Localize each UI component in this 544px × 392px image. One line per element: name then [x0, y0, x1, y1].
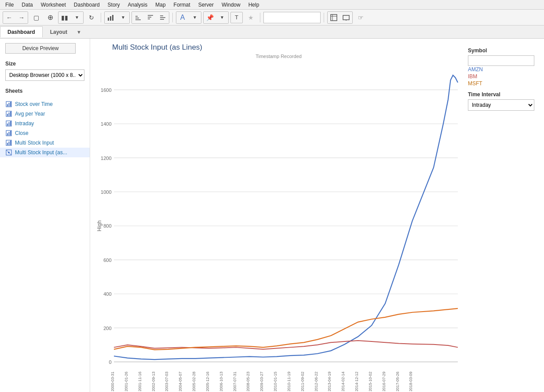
sidebar: Device Preview Size Desktop Browser (100…: [0, 39, 90, 392]
device-preview-button[interactable]: Device Preview: [5, 43, 76, 54]
sheet-label-6: Multi Stock Input (as...: [15, 149, 67, 156]
time-interval-label: Time Interval: [468, 91, 534, 98]
svg-text:200: 200: [103, 326, 111, 331]
sheet-intraday[interactable]: Intraday: [0, 119, 90, 128]
size-section: Size Desktop Browser (1000 x 8...: [0, 56, 90, 83]
chart-svg: High: [95, 61, 463, 391]
svg-text:2005-02-28: 2005-02-28: [192, 372, 196, 391]
svg-text:2000-03-31: 2000-03-31: [110, 372, 115, 391]
symbol-input[interactable]: [468, 55, 534, 66]
chart-title: Multi Stock Input (as Lines): [112, 43, 463, 52]
add-button[interactable]: ⊕: [44, 12, 56, 23]
svg-text:2016-07-29: 2016-07-29: [382, 372, 386, 391]
svg-text:2013-04-19: 2013-04-19: [327, 372, 332, 391]
annotation-btn[interactable]: A: [176, 12, 189, 23]
menu-help[interactable]: Help: [245, 1, 263, 9]
menu-file[interactable]: File: [2, 1, 17, 9]
dropdown-btn2[interactable]: ▼: [117, 12, 129, 23]
annotation-dropdown[interactable]: ▼: [189, 12, 201, 23]
pin-dropdown[interactable]: ▼: [216, 12, 228, 23]
symbol-msft[interactable]: MSFT: [468, 80, 534, 87]
sort-asc-btn[interactable]: [132, 12, 144, 23]
menu-dashboard[interactable]: Dashboard: [70, 1, 103, 9]
sheet-stock-over-time[interactable]: Stock over Time: [0, 99, 90, 109]
sort-both-btn[interactable]: [157, 12, 169, 23]
svg-text:2006-10-13: 2006-10-13: [219, 372, 223, 391]
layout-dropdown-icon[interactable]: ▼: [77, 29, 81, 35]
sheet-close[interactable]: Close: [0, 128, 90, 138]
menu-window[interactable]: Window: [218, 1, 244, 9]
svg-text:1200: 1200: [101, 156, 111, 161]
share-btn[interactable]: ☞: [354, 12, 367, 23]
svg-text:2018-03-09: 2018-03-09: [409, 372, 413, 391]
time-interval-section: Time Interval Intraday Daily Weekly Mont…: [468, 91, 534, 111]
forward-button[interactable]: →: [15, 12, 28, 23]
svg-text:2002-09-13: 2002-09-13: [151, 372, 156, 391]
sheet-icon-5: [5, 140, 12, 146]
size-label: Size: [5, 61, 84, 67]
svg-rect-32: [10, 131, 11, 135]
toolbar: ← → ▢ ⊕ ▮▮ ▼ ↻ ▼ A ▼ 📌 ▼ T ★: [0, 10, 544, 25]
svg-rect-0: [108, 18, 109, 21]
pin-btn[interactable]: 📌: [204, 12, 216, 23]
star-btn[interactable]: ★: [245, 12, 257, 23]
sheet-icon-1: [5, 101, 12, 107]
tab-dashboard[interactable]: Dashboard: [0, 26, 43, 37]
menu-data[interactable]: Data: [18, 1, 36, 9]
menu-worksheet[interactable]: Worksheet: [37, 1, 69, 9]
present-view-btn[interactable]: [340, 12, 352, 23]
time-interval-select[interactable]: Intraday Daily Weekly Monthly: [468, 99, 534, 111]
menu-map[interactable]: Map: [152, 1, 169, 9]
sheet-icon-3: [5, 120, 12, 127]
sep4: [324, 13, 324, 22]
svg-rect-26: [7, 123, 8, 126]
pin-group: 📌 ▼: [203, 11, 229, 24]
normal-view-btn[interactable]: [328, 12, 340, 23]
pause-button[interactable]: ▮▮: [58, 12, 71, 23]
symbol-ibm[interactable]: IBM: [468, 73, 534, 80]
svg-rect-12: [331, 15, 337, 21]
svg-text:0: 0: [109, 359, 111, 365]
sort-group: [131, 11, 169, 24]
dropdown-btn[interactable]: ▼: [71, 12, 83, 23]
sort-desc-btn[interactable]: [144, 12, 157, 23]
svg-text:2001-11-16: 2001-11-16: [138, 372, 142, 391]
menu-story[interactable]: Story: [104, 1, 124, 9]
sheet-label-2: Avg per Year: [15, 111, 45, 117]
symbol-amzn[interactable]: AMZN: [468, 66, 534, 73]
main-layout: Device Preview Size Desktop Browser (100…: [0, 39, 544, 392]
back-button[interactable]: ←: [3, 12, 15, 23]
svg-text:2003-07-03: 2003-07-03: [164, 372, 169, 391]
svg-text:600: 600: [103, 258, 111, 263]
menu-analysis[interactable]: Analysis: [124, 1, 151, 9]
sheet-label-1: Stock over Time: [15, 101, 53, 107]
label-btn[interactable]: T: [230, 12, 243, 23]
sheet-multi-stock-input-lines[interactable]: Multi Stock Input (as...: [0, 148, 90, 157]
chart-main: Multi Stock Input (as Lines) Timestamp R…: [95, 43, 463, 391]
tabs-bar: Dashboard Layout ▼: [0, 25, 544, 39]
svg-rect-22: [7, 114, 8, 116]
sheet-avg-per-year[interactable]: Avg per Year: [0, 109, 90, 119]
amzn-line: [114, 75, 458, 359]
menu-format[interactable]: Format: [170, 1, 194, 9]
annotation-group: A ▼: [176, 11, 201, 24]
size-dropdown[interactable]: Desktop Browser (1000 x 8...: [5, 69, 84, 81]
svg-text:2010-11-19: 2010-11-19: [287, 372, 291, 391]
view-mode-group: [327, 11, 353, 24]
svg-rect-28: [10, 121, 11, 126]
symbol-label: Symbol: [468, 47, 534, 54]
sheet-label-3: Intraday: [15, 120, 34, 127]
y-axis-label: High: [96, 220, 102, 231]
sep3: [260, 13, 260, 22]
chart-area: High: [95, 61, 463, 391]
refresh-button[interactable]: ↻: [85, 12, 98, 23]
svg-text:2008-05-23: 2008-05-23: [246, 372, 250, 391]
bar-chart-btn[interactable]: [105, 12, 117, 23]
sheet-multi-stock-input[interactable]: Multi Stock Input: [0, 138, 90, 148]
search-input[interactable]: [263, 12, 321, 23]
menu-server[interactable]: Server: [195, 1, 217, 9]
svg-text:1600: 1600: [101, 87, 111, 93]
sheets-section: Sheets: [0, 83, 90, 99]
tab-layout[interactable]: Layout: [43, 26, 75, 37]
home-button[interactable]: ▢: [30, 12, 42, 23]
